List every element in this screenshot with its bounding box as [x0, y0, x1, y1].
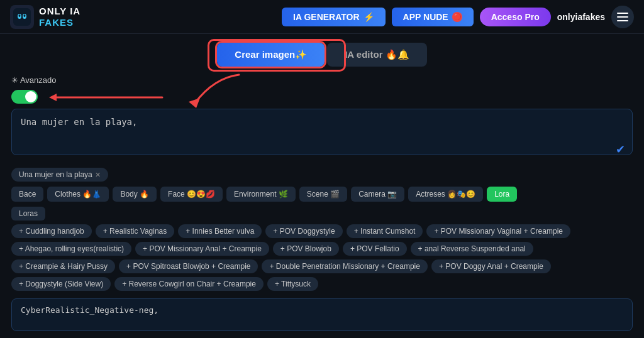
lora-tag-15[interactable]: + Doggystyle (Side View): [11, 277, 111, 291]
active-tags-row: Una mujer en la playa ✕: [11, 168, 633, 182]
svg-rect-0: [13, 8, 31, 26]
logo-icon: [10, 5, 34, 29]
app-nude-button[interactable]: APP NUDE 🔴: [392, 8, 474, 26]
tab-crear-imagen[interactable]: Crear imagen✨: [217, 43, 325, 67]
category-btn-5[interactable]: Scene 🎬: [299, 187, 347, 202]
lora-tag-9[interactable]: + POV Fellatio: [343, 242, 407, 256]
tag-remove-0[interactable]: ✕: [95, 171, 101, 179]
avanzado-row: ✳ Avanzado: [11, 75, 633, 85]
nav-buttons: IA GENERATOR ⚡ APP NUDE 🔴 Acceso Pro onl…: [282, 6, 634, 28]
category-buttons-row: BaceClothes 🔥👗Body 🔥Face 😊😍💋Environment …: [11, 187, 633, 202]
category-btn-8[interactable]: Lora: [487, 187, 517, 202]
lora-tag-5[interactable]: + POV Missionary Vaginal + Creampie: [426, 224, 570, 238]
avanzado-label: ✳ Avanzado: [11, 75, 56, 85]
category-btn-3[interactable]: Face 😊😍💋: [160, 187, 223, 202]
lora-tag-7[interactable]: + POV Missionary Anal + Creampie: [135, 242, 269, 256]
menu-button[interactable]: [611, 6, 634, 28]
category-btn-2[interactable]: Body 🔥: [113, 187, 157, 202]
menu-line-3: [617, 20, 628, 21]
ia-generator-button[interactable]: IA GENERATOR ⚡: [282, 8, 386, 26]
category-btn-1[interactable]: Clothes 🔥👗: [47, 187, 109, 202]
lora-tag-8[interactable]: + POV Blowjob: [273, 242, 339, 256]
lora-tag-2[interactable]: + Innies Better vulva: [178, 224, 262, 238]
menu-line-1: [617, 13, 628, 14]
tabs-area: Crear imagen✨ IA editor 🔥🔔: [0, 34, 644, 73]
header: ONLY IA FAKES IA GENERATOR ⚡ APP NUDE 🔴 …: [0, 0, 644, 34]
lora-section: Loras + Cuddling handjob+ Realistic Vagi…: [11, 207, 633, 291]
avanzado-toggle[interactable]: [11, 90, 38, 104]
app-nude-badge: 🔴: [452, 12, 462, 22]
toggle-knob: [25, 91, 36, 102]
lora-tag-3[interactable]: + POV Doggystyle: [265, 224, 342, 238]
ia-generator-icon: ⚡: [364, 12, 374, 22]
menu-line-2: [617, 16, 628, 18]
tabs-section: Crear imagen✨ IA editor 🔥🔔: [0, 34, 644, 73]
svg-point-4: [24, 14, 26, 17]
logo-area: ONLY IA FAKES: [10, 5, 80, 29]
category-btn-6[interactable]: Camera 📷: [351, 187, 404, 202]
lora-tag-16[interactable]: + Reverse Cowgirl on Chair + Creampie: [114, 277, 264, 291]
lora-tag-14[interactable]: + POV Doggy Anal + Creampie: [431, 259, 551, 273]
prompt-container: ✔: [11, 109, 633, 163]
main-content: ✳ Avanzado ✔ Una mujer en la playa ✕ Bac…: [0, 73, 644, 334]
prompt-textarea[interactable]: [11, 109, 633, 155]
category-btn-0[interactable]: Bace: [11, 187, 43, 202]
lora-tag-17[interactable]: + Tittysuck: [267, 277, 318, 291]
negative-prompt-textarea[interactable]: [11, 298, 633, 331]
lora-tag-10[interactable]: + anal Reverse Suspended anal: [411, 242, 533, 256]
category-btn-7[interactable]: Actreses 👩🎭😊: [408, 187, 483, 202]
lora-tag-0[interactable]: + Cuddling handjob: [11, 224, 92, 238]
username-label: onlyiafakes: [557, 12, 605, 22]
lora-tag-11[interactable]: + Creampie & Hairy Pussy: [11, 259, 115, 273]
tab-ia-editor[interactable]: IA editor 🔥🔔: [327, 43, 426, 67]
logo-text: ONLY IA FAKES: [39, 6, 80, 28]
lora-tag-1[interactable]: + Realistic Vaginas: [96, 224, 175, 238]
prompt-checkmark: ✔: [616, 143, 625, 156]
lora-tags-row: + Cuddling handjob+ Realistic Vaginas+ I…: [11, 224, 633, 291]
lora-tag-13[interactable]: + Double Penetration Missionary + Creamp…: [262, 259, 427, 273]
lora-tag-6[interactable]: + Ahegao, rolling eyes(realistic): [11, 242, 131, 256]
active-tag-0[interactable]: Una mujer en la playa ✕: [11, 168, 108, 182]
avanzado-section: ✳ Avanzado: [11, 75, 633, 104]
category-btn-4[interactable]: Environment 🌿: [226, 187, 296, 202]
svg-marker-6: [49, 94, 57, 101]
acceso-pro-button[interactable]: Acceso Pro: [480, 8, 551, 26]
lora-tag-4[interactable]: + Instant Cumshot: [347, 224, 423, 238]
lora-section-label: Loras: [11, 207, 45, 221]
lora-tag-12[interactable]: + POV Spitroast Blowjob + Creampie: [119, 259, 258, 273]
svg-point-3: [19, 14, 21, 17]
